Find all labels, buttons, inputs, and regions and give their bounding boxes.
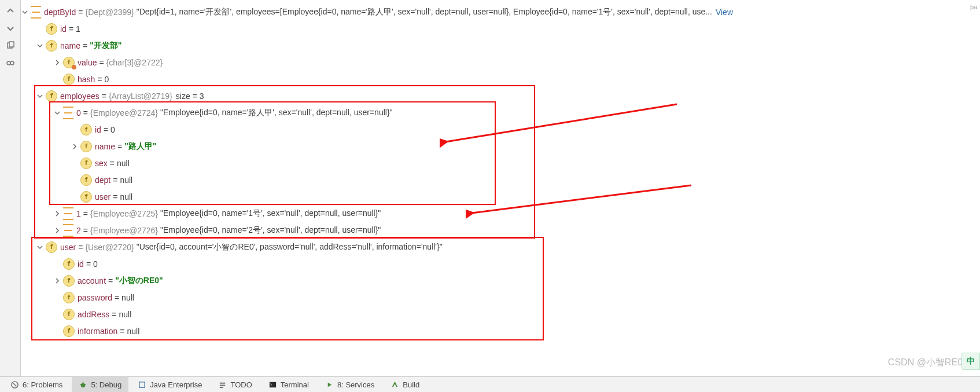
field-icon: f bbox=[63, 57, 75, 68]
copy-icon[interactable] bbox=[4, 39, 17, 52]
gutter-toolbar bbox=[0, 0, 21, 392]
list-icon bbox=[31, 6, 41, 19]
tab-terminal[interactable]: Terminal bbox=[261, 377, 316, 392]
field-icon: f bbox=[46, 90, 57, 102]
view-link[interactable]: View bbox=[716, 8, 733, 17]
field-icon: f bbox=[46, 23, 57, 35]
list-icon bbox=[63, 107, 73, 119]
field-name: deptById bbox=[44, 8, 76, 17]
svg-rect-15 bbox=[220, 387, 223, 388]
field-icon: f bbox=[80, 174, 92, 186]
java-ee-icon bbox=[138, 380, 146, 389]
tostring: "Dept{id=1, name='开发部', employees=[Emplo… bbox=[137, 7, 712, 17]
node-name[interactable]: f name = "开发部" bbox=[21, 37, 967, 54]
svg-marker-17 bbox=[328, 382, 332, 387]
services-icon bbox=[325, 380, 334, 389]
svg-line-11 bbox=[85, 384, 86, 384]
tab-build[interactable]: Build bbox=[384, 377, 426, 392]
svg-rect-13 bbox=[220, 382, 225, 383]
chevron-right-icon[interactable] bbox=[53, 277, 61, 285]
svg-point-2 bbox=[7, 61, 10, 65]
node-emp2[interactable]: 2 = {Employee@2726} "Employee{id=0, name… bbox=[21, 222, 967, 239]
field-icon: f bbox=[63, 74, 75, 85]
field-icon: f bbox=[46, 40, 57, 52]
tool-window-bar: 6: Problems 5: Debug Java Enterprise TOD… bbox=[0, 376, 980, 392]
node-user-password[interactable]: f password = null bbox=[21, 289, 967, 306]
chevron-down-icon[interactable] bbox=[53, 109, 61, 117]
svg-line-10 bbox=[80, 384, 82, 384]
chevron-right-icon[interactable] bbox=[53, 226, 61, 235]
node-emp0-sex[interactable]: f sex = null bbox=[21, 155, 967, 171]
node-emp1[interactable]: 1 = {Employee@2725} "Employee{id=0, name… bbox=[21, 205, 967, 222]
tab-debug[interactable]: 5: Debug bbox=[72, 377, 128, 392]
field-icon: f bbox=[63, 258, 75, 270]
node-user[interactable]: f user = {User@2720} "User{id=0, account… bbox=[21, 239, 967, 255]
field-icon: f bbox=[80, 191, 92, 203]
node-name-value[interactable]: f value = {char[3]@2722} bbox=[21, 54, 967, 71]
right-edge-label: þa bbox=[967, 0, 980, 14]
node-user-id[interactable]: f id = 0 bbox=[21, 255, 967, 272]
node-employees[interactable]: f employees = {ArrayList@2719} size = 3 bbox=[21, 87, 967, 104]
node-user-information[interactable]: f information = null bbox=[21, 323, 967, 339]
chevron-down-icon[interactable] bbox=[36, 92, 44, 100]
debug-icon bbox=[79, 380, 87, 389]
build-icon bbox=[390, 380, 399, 389]
list-icon bbox=[63, 224, 73, 237]
node-hash[interactable]: f hash = 0 bbox=[21, 71, 967, 87]
chevron-down-icon[interactable] bbox=[36, 42, 44, 50]
field-icon: f bbox=[63, 309, 75, 320]
node-user-account[interactable]: f account = "小智のRE0" bbox=[21, 272, 967, 289]
problems-icon bbox=[10, 380, 19, 389]
node-emp0-name[interactable]: f name = "路人甲" bbox=[21, 138, 967, 155]
node-deptById[interactable]: deptById = {Dept@2399} "Dept{id=1, name=… bbox=[21, 3, 967, 20]
chevron-down-icon[interactable] bbox=[36, 243, 44, 251]
field-icon: f bbox=[63, 275, 75, 287]
field-icon: f bbox=[46, 241, 57, 253]
svg-rect-16 bbox=[270, 382, 276, 387]
tab-todo[interactable]: TODO bbox=[211, 377, 259, 392]
list-icon bbox=[63, 207, 73, 220]
tab-services[interactable]: 8: Services bbox=[318, 377, 381, 392]
field-icon: f bbox=[80, 141, 92, 152]
chevron-down-icon[interactable] bbox=[21, 8, 29, 16]
svg-rect-12 bbox=[139, 382, 145, 387]
goggles-icon[interactable] bbox=[4, 57, 17, 69]
svg-rect-14 bbox=[220, 384, 225, 386]
svg-line-7 bbox=[13, 383, 17, 386]
svg-point-8 bbox=[81, 383, 86, 387]
svg-point-3 bbox=[10, 61, 14, 65]
tab-java-enterprise[interactable]: Java Enterprise bbox=[131, 377, 209, 392]
field-icon: f bbox=[80, 157, 92, 169]
node-emp0-user[interactable]: f user = null bbox=[21, 188, 967, 205]
svg-rect-1 bbox=[9, 42, 14, 47]
ime-indicator[interactable]: 中 bbox=[961, 353, 980, 370]
go-up-icon[interactable] bbox=[4, 5, 17, 17]
node-emp0-id[interactable]: f id = 0 bbox=[21, 121, 967, 138]
terminal-icon bbox=[268, 380, 277, 389]
todo-icon bbox=[218, 380, 227, 389]
tab-problems[interactable]: 6: Problems bbox=[3, 377, 69, 392]
node-emp0[interactable]: 0 = {Employee@2724} "Employee{id=0, name… bbox=[21, 104, 967, 121]
node-id[interactable]: f id = 1 bbox=[21, 20, 967, 37]
type-ref: {Dept@2399} bbox=[85, 8, 134, 17]
field-icon: f bbox=[80, 124, 92, 135]
node-emp0-dept[interactable]: f dept = null bbox=[21, 171, 967, 188]
node-user-addRess[interactable]: f addRess = null bbox=[21, 306, 967, 323]
field-icon: f bbox=[63, 325, 75, 337]
chevron-right-icon[interactable] bbox=[53, 210, 61, 218]
go-down-icon[interactable] bbox=[4, 22, 17, 35]
variables-tree: deptById = {Dept@2399} "Dept{id=1, name=… bbox=[21, 3, 967, 375]
chevron-right-icon[interactable] bbox=[71, 142, 79, 151]
chevron-right-icon[interactable] bbox=[53, 58, 61, 67]
field-icon: f bbox=[63, 292, 75, 303]
